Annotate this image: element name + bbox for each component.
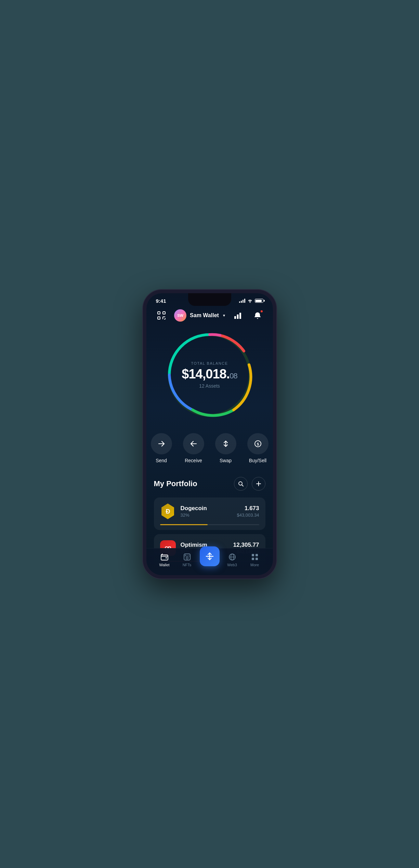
receive-icon-circle (183, 433, 204, 454)
asset-top-dogecoin: Ð Dogecoin 32% 1.673 $43,003.34 (160, 504, 259, 519)
optimism-amount: 12,305.77 (233, 542, 259, 548)
nfts-nav-icon (183, 553, 192, 561)
more-nav-icon (250, 553, 259, 561)
portfolio-title: My Portfolio (154, 479, 197, 488)
receive-button[interactable]: Receive (183, 433, 204, 463)
dogecoin-usd: $43,003.34 (237, 513, 259, 518)
dogecoin-bar-fill (160, 524, 208, 525)
wallet-avatar: SW (174, 309, 186, 322)
balance-amount: $14,018.08 (179, 367, 240, 380)
svg-text:$: $ (257, 442, 259, 446)
dogecoin-amount: 1.673 (237, 505, 259, 512)
dogecoin-name: Dogecoin (181, 505, 207, 512)
svg-rect-22 (166, 557, 167, 558)
assets-count: 12 Assets (179, 383, 240, 389)
status-icons (239, 299, 263, 303)
notch (188, 293, 231, 306)
center-action-button[interactable] (200, 546, 220, 566)
send-icon-circle (151, 433, 172, 454)
svg-rect-9 (239, 313, 241, 319)
svg-rect-33 (252, 558, 254, 560)
svg-point-25 (185, 555, 185, 555)
action-buttons: Send Receive (146, 430, 273, 474)
nfts-nav-label: NFTs (183, 563, 192, 567)
send-button[interactable]: Send (151, 433, 172, 463)
asset-card-dogecoin[interactable]: Ð Dogecoin 32% 1.673 $43,003.34 (154, 497, 265, 530)
svg-point-24 (186, 557, 188, 559)
status-time: 9:41 (156, 298, 166, 304)
dogecoin-values: 1.673 $43,003.34 (237, 505, 259, 518)
svg-rect-32 (256, 554, 258, 556)
phone-screen: 9:41 (146, 293, 273, 575)
add-asset-button[interactable] (252, 477, 265, 491)
nav-center[interactable] (198, 553, 221, 566)
balance-ring: TOTAL BALANCE $14,018.08 12 Assets (165, 331, 254, 419)
balance-label: TOTAL BALANCE (179, 361, 240, 365)
svg-text:Ð: Ð (166, 508, 170, 515)
dogecoin-info: Dogecoin 32% (181, 505, 207, 518)
nav-right-icons (230, 308, 265, 323)
svg-rect-1 (163, 312, 165, 314)
nav-nfts[interactable]: NFTs (176, 553, 198, 567)
web3-nav-icon (228, 553, 237, 561)
swap-button[interactable]: Swap (215, 433, 236, 463)
chart-button[interactable] (230, 308, 245, 323)
balance-section: TOTAL BALANCE $14,018.08 12 Assets (146, 327, 273, 430)
dogecoin-bar (160, 524, 259, 525)
asset-left-dogecoin: Ð Dogecoin 32% (160, 504, 207, 519)
buysell-icon-circle: $ (247, 433, 269, 454)
wallet-nav-label: Wallet (159, 563, 169, 567)
svg-rect-0 (158, 312, 160, 314)
send-label: Send (156, 458, 167, 463)
wifi-icon (247, 299, 253, 303)
chevron-down-icon: ▾ (223, 313, 225, 318)
top-nav: SW Sam Wallet ▾ (146, 305, 273, 327)
nav-wallet[interactable]: Wallet (153, 553, 176, 567)
wallet-nav-icon (160, 553, 169, 561)
balance-decimal: 08 (230, 372, 237, 380)
swap-icon-circle (215, 433, 236, 454)
balance-text: TOTAL BALANCE $14,018.08 12 Assets (179, 361, 240, 389)
nav-more[interactable]: More (244, 553, 266, 567)
phone-frame: 9:41 (143, 290, 276, 579)
web3-nav-label: Web3 (227, 563, 237, 567)
buysell-button[interactable]: $ Buy/Sell (247, 433, 269, 463)
svg-line-17 (242, 485, 243, 486)
swap-label: Swap (220, 458, 232, 463)
nav-web3[interactable]: Web3 (221, 553, 244, 567)
bell-button[interactable] (250, 308, 265, 323)
portfolio-header: My Portfolio (154, 477, 265, 491)
svg-rect-7 (234, 316, 236, 319)
wallet-selector[interactable]: SW Sam Wallet ▾ (174, 309, 225, 322)
more-nav-label: More (250, 563, 259, 567)
buysell-label: Buy/Sell (249, 458, 266, 463)
search-button[interactable] (234, 477, 248, 491)
dogecoin-logo: Ð (160, 504, 176, 519)
receive-label: Receive (185, 458, 202, 463)
svg-rect-2 (158, 317, 160, 319)
signal-icon (239, 299, 245, 303)
svg-rect-31 (252, 554, 254, 556)
svg-rect-34 (256, 558, 258, 560)
wallet-name: Sam Wallet (190, 312, 219, 319)
scan-button[interactable] (154, 308, 169, 323)
battery-icon (255, 299, 263, 303)
svg-rect-21 (161, 555, 168, 560)
svg-rect-8 (237, 314, 239, 319)
dogecoin-pct: 32% (181, 513, 207, 518)
notification-badge (260, 310, 263, 313)
portfolio-actions (234, 477, 265, 491)
bottom-nav: Wallet NFTs (146, 548, 273, 575)
